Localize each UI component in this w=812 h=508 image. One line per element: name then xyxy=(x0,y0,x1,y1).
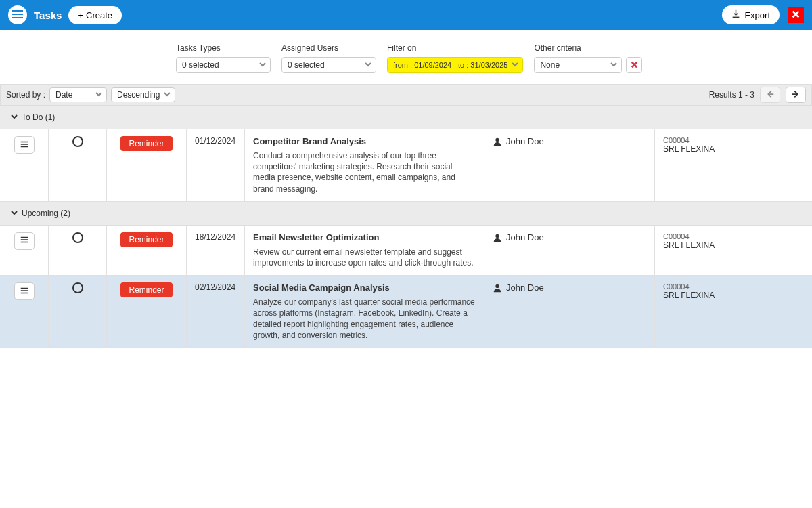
cell-content: Email Newsletter Optimization Review our… xyxy=(245,226,484,275)
results-count: Results 1 - 3 xyxy=(709,90,754,100)
plus-icon: + xyxy=(78,10,83,20)
close-icon xyxy=(791,9,800,21)
chevron-down-icon xyxy=(365,60,371,70)
cell-menu xyxy=(0,129,49,201)
filter-other-value: None xyxy=(540,60,560,70)
pager-next-button[interactable] xyxy=(786,87,806,103)
filter-other-select[interactable]: None xyxy=(534,57,622,73)
task-title: Email Newsletter Optimization xyxy=(253,232,476,242)
task-list: To Do (1) Reminder 01/12/2024 Competitor… xyxy=(0,106,812,348)
close-icon xyxy=(631,60,638,70)
task-assignee: John Doe xyxy=(506,232,544,242)
cell-user: John Doe xyxy=(484,129,655,201)
cell-status xyxy=(49,129,107,201)
hamburger-button[interactable] xyxy=(8,5,27,24)
status-radio[interactable] xyxy=(72,136,83,147)
task-description: Analyze our company's last quarter socia… xyxy=(253,297,476,341)
pager: Results 1 - 3 xyxy=(709,87,806,103)
cell-tag: Reminder xyxy=(107,129,187,201)
filter-users: Assigned Users 0 selected xyxy=(281,43,376,73)
cell-company: C00004 SRL FLEXINA xyxy=(655,276,812,347)
task-tag: Reminder xyxy=(120,232,172,247)
group-header[interactable]: Upcoming (2) xyxy=(0,202,812,226)
group-title: Upcoming (2) xyxy=(22,209,70,218)
svg-point-5 xyxy=(495,284,499,288)
status-radio[interactable] xyxy=(72,232,83,243)
row-menu-button[interactable] xyxy=(14,136,35,154)
sort-controls: Sorted by : Date Descending xyxy=(6,87,175,102)
cell-menu xyxy=(0,226,49,275)
chevron-down-icon xyxy=(610,60,617,70)
menu-icon xyxy=(20,286,29,297)
svg-point-4 xyxy=(495,234,499,238)
filter-other-label: Other criteria xyxy=(534,43,642,53)
menu-icon xyxy=(20,140,29,151)
task-assignee: John Doe xyxy=(506,282,544,293)
sort-field-value: Date xyxy=(55,90,72,100)
cell-tag: Reminder xyxy=(107,276,187,347)
cell-company: C00004 SRL FLEXINA xyxy=(655,226,812,275)
export-button[interactable]: Export xyxy=(722,5,780,24)
cell-status xyxy=(49,226,107,275)
pager-prev-button[interactable] xyxy=(760,87,780,103)
create-button[interactable]: + Create xyxy=(68,6,122,24)
filter-types-select[interactable]: 0 selected xyxy=(176,57,271,73)
task-title: Competitor Brand Analysis xyxy=(253,136,476,146)
user-icon xyxy=(493,136,502,148)
svg-rect-1 xyxy=(12,14,23,15)
sort-label: Sorted by : xyxy=(6,90,45,100)
cell-status xyxy=(49,276,107,347)
task-assignee: John Doe xyxy=(506,136,544,146)
filter-daterange-label: Filter on xyxy=(387,43,523,53)
task-tag: Reminder xyxy=(120,136,172,151)
filter-users-label: Assigned Users xyxy=(281,43,376,53)
task-date: 18/12/2024 xyxy=(187,226,245,275)
filter-types-value: 0 selected xyxy=(182,60,219,70)
download-icon xyxy=(731,9,740,20)
arrow-left-icon xyxy=(765,89,775,101)
export-label: Export xyxy=(744,10,770,20)
task-description: Conduct a comprehensive analysis of our … xyxy=(253,150,476,194)
menu-icon xyxy=(20,235,29,247)
task-row[interactable]: Reminder 18/12/2024 Email Newsletter Opt… xyxy=(0,226,812,276)
header-right: Export xyxy=(722,5,804,24)
sort-field-select[interactable]: Date xyxy=(49,87,107,102)
svg-rect-0 xyxy=(12,10,23,12)
task-date: 02/12/2024 xyxy=(187,276,245,347)
user-icon xyxy=(493,282,502,295)
chevron-down-icon xyxy=(11,112,18,122)
app-title: Tasks xyxy=(34,9,62,21)
filter-bar: Tasks Types 0 selected Assigned Users 0 … xyxy=(0,30,812,84)
row-menu-button[interactable] xyxy=(14,282,35,300)
close-button[interactable] xyxy=(788,7,804,23)
status-radio[interactable] xyxy=(72,282,83,293)
cell-user: John Doe xyxy=(484,276,655,347)
company-code: C00004 xyxy=(663,282,804,291)
row-menu-button[interactable] xyxy=(14,232,35,250)
task-row[interactable]: Reminder 02/12/2024 Social Media Campaig… xyxy=(0,276,812,348)
sort-direction-select[interactable]: Descending xyxy=(111,87,175,102)
filter-daterange-select[interactable]: from : 01/09/2024 - to : 31/03/2025 xyxy=(387,57,523,73)
svg-point-3 xyxy=(495,138,499,142)
create-label: Create xyxy=(86,10,112,20)
app-header: Tasks + Create Export xyxy=(0,0,812,30)
chevron-down-icon xyxy=(164,90,171,100)
filter-types: Tasks Types 0 selected xyxy=(176,43,271,73)
cell-tag: Reminder xyxy=(107,226,187,275)
company-name: SRL FLEXINA xyxy=(663,291,804,300)
cell-content: Competitor Brand Analysis Conduct a comp… xyxy=(245,129,484,201)
chevron-down-icon xyxy=(95,90,102,100)
company-name: SRL FLEXINA xyxy=(663,240,804,250)
clear-filter-button[interactable] xyxy=(626,57,642,73)
company-name: SRL FLEXINA xyxy=(663,144,804,154)
task-row[interactable]: Reminder 01/12/2024 Competitor Brand Ana… xyxy=(0,129,812,202)
cell-company: C00004 SRL FLEXINA xyxy=(655,129,812,201)
header-left: Tasks + Create xyxy=(8,5,122,24)
sort-bar: Sorted by : Date Descending Results 1 - … xyxy=(0,84,812,106)
filter-users-select[interactable]: 0 selected xyxy=(281,57,376,73)
task-tag: Reminder xyxy=(120,282,172,297)
chevron-down-icon xyxy=(259,60,266,70)
filter-other: Other criteria None xyxy=(534,43,642,73)
task-description: Review our current email newsletter temp… xyxy=(253,247,476,268)
group-header[interactable]: To Do (1) xyxy=(0,106,812,129)
